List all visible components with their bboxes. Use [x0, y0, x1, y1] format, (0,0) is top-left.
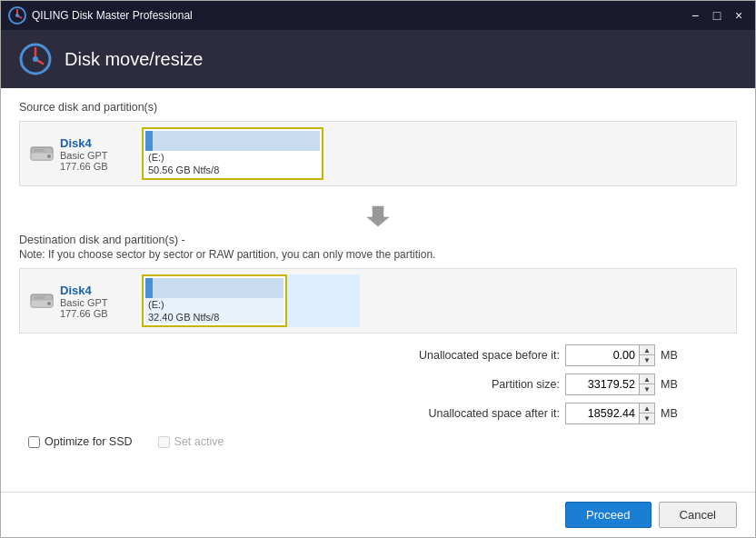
partition-size-up[interactable]: ▲ [640, 374, 654, 384]
dest-disk-row: Disk4 Basic GPT 177.66 GB (E:) 32.40 GB … [19, 268, 737, 334]
unallocated-after-unit: MB [661, 407, 682, 420]
partition-size-row: Partition size: ▲ ▼ MB [378, 374, 682, 395]
dest-rest-bar [153, 278, 284, 298]
svg-point-11 [47, 302, 51, 305]
dest-partition-visual: (E:) 32.40 GB Ntfs/8 [142, 274, 727, 327]
source-disk-row: Disk4 Basic GPT 177.66 GB (E:) 50.56 GB … [19, 121, 737, 186]
dest-partition-block: (E:) 32.40 GB Ntfs/8 [142, 274, 287, 327]
partition-size-label: Partition size: [378, 378, 560, 391]
source-rest-bar [153, 131, 320, 151]
unallocated-before-input[interactable] [566, 347, 639, 364]
set-active-checkbox[interactable] [158, 436, 170, 448]
dest-extra-space [287, 274, 360, 327]
partition-size-arrows: ▲ ▼ [639, 374, 654, 394]
dest-used-bar [145, 278, 153, 298]
svg-point-3 [33, 56, 38, 62]
dialog-footer: Proceed Cancel [1, 492, 755, 537]
cancel-button[interactable]: Cancel [659, 502, 737, 528]
optimize-ssd-label: Optimize for SSD [45, 435, 133, 448]
source-disk-type: Basic GPT [60, 150, 142, 161]
partition-size-input[interactable] [566, 376, 639, 393]
dialog-content: Source disk and partition(s) Disk4 Basic… [1, 88, 755, 492]
close-button[interactable]: × [730, 6, 748, 25]
partition-size-spinbox[interactable]: ▲ ▼ [565, 374, 655, 395]
dest-partition-detail: 32.40 GB Ntfs/8 [145, 311, 284, 324]
dest-disk-info: Disk4 Basic GPT 177.66 GB [60, 284, 142, 319]
svg-marker-8 [367, 206, 389, 226]
unallocated-after-spinbox[interactable]: ▲ ▼ [565, 403, 655, 424]
unallocated-after-input[interactable] [566, 405, 639, 422]
source-section-label: Source disk and partition(s) [19, 101, 737, 114]
proceed-button[interactable]: Proceed [565, 502, 651, 528]
dest-note: Note: If you choose sector by sector or … [19, 248, 737, 261]
down-arrow-icon [365, 203, 391, 228]
svg-rect-7 [34, 149, 45, 152]
dest-section-label: Destination disk and partition(s) - [19, 234, 737, 246]
source-partition-block: (E:) 50.56 GB Ntfs/8 [142, 127, 323, 180]
unallocated-before-row: Unallocated space before it: ▲ ▼ MB [378, 344, 682, 366]
window-controls: − □ × [686, 6, 748, 25]
unallocated-before-label: Unallocated space before it: [378, 349, 560, 362]
dest-disk-size: 177.66 GB [60, 308, 142, 319]
dest-disk-type: Basic GPT [60, 297, 142, 308]
dest-partition-label: (E:) [145, 298, 284, 311]
checkboxes-row: Optimize for SSD Set active [19, 435, 737, 448]
source-drive-icon [29, 144, 55, 164]
unallocated-before-arrows: ▲ ▼ [639, 345, 654, 365]
source-used-bar [145, 131, 153, 151]
unallocated-before-down[interactable]: ▼ [640, 355, 654, 365]
svg-rect-12 [34, 296, 45, 299]
source-partition-visual: (E:) 50.56 GB Ntfs/8 [142, 127, 727, 180]
unallocated-after-arrows: ▲ ▼ [639, 404, 654, 423]
unallocated-after-up[interactable]: ▲ [640, 404, 654, 413]
dest-bar-row [145, 278, 284, 298]
source-disk-name: Disk4 [60, 136, 142, 150]
title-bar: QILING Disk Master Professional − □ × [1, 1, 755, 30]
minimize-button[interactable]: − [686, 6, 704, 25]
svg-point-1 [15, 14, 19, 17]
maximize-button[interactable]: □ [708, 6, 726, 25]
source-bar [145, 131, 320, 151]
optimize-ssd-item[interactable]: Optimize for SSD [28, 435, 133, 448]
main-window: QILING Disk Master Professional − □ × Di… [0, 0, 756, 538]
dest-disk-name: Disk4 [60, 284, 142, 297]
app-title: QILING Disk Master Professional [32, 9, 686, 22]
source-disk-size: 177.66 GB [60, 161, 142, 172]
unallocated-before-up[interactable]: ▲ [640, 345, 654, 355]
dialog-header: Disk move/resize [1, 30, 755, 88]
optimize-ssd-checkbox[interactable] [28, 436, 40, 448]
unallocated-after-row: Unallocated space after it: ▲ ▼ MB [378, 403, 682, 424]
app-icon [8, 6, 26, 25]
partition-size-unit: MB [661, 378, 682, 391]
svg-point-6 [47, 154, 51, 158]
disk-move-icon [19, 43, 52, 75]
dialog-title: Disk move/resize [65, 49, 203, 70]
arrow-container [19, 197, 737, 234]
source-partition-label: (E:) [145, 151, 320, 164]
set-active-label: Set active [174, 435, 224, 448]
dest-drive-icon [29, 291, 55, 311]
unallocated-after-label: Unallocated space after it: [378, 407, 560, 420]
unallocated-before-spinbox[interactable]: ▲ ▼ [565, 344, 655, 366]
partition-size-down[interactable]: ▼ [640, 384, 654, 394]
source-disk-info: Disk4 Basic GPT 177.66 GB [60, 136, 142, 172]
unallocated-before-unit: MB [661, 349, 682, 362]
set-active-item[interactable]: Set active [158, 435, 224, 448]
source-partition-detail: 50.56 GB Ntfs/8 [145, 164, 320, 176]
unallocated-after-down[interactable]: ▼ [640, 413, 654, 423]
resize-fields: Unallocated space before it: ▲ ▼ MB Part… [19, 344, 737, 424]
